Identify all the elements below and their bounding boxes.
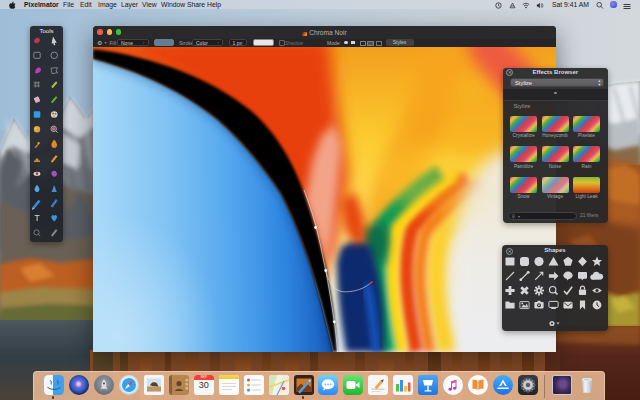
svg-text:T: T xyxy=(34,213,39,223)
